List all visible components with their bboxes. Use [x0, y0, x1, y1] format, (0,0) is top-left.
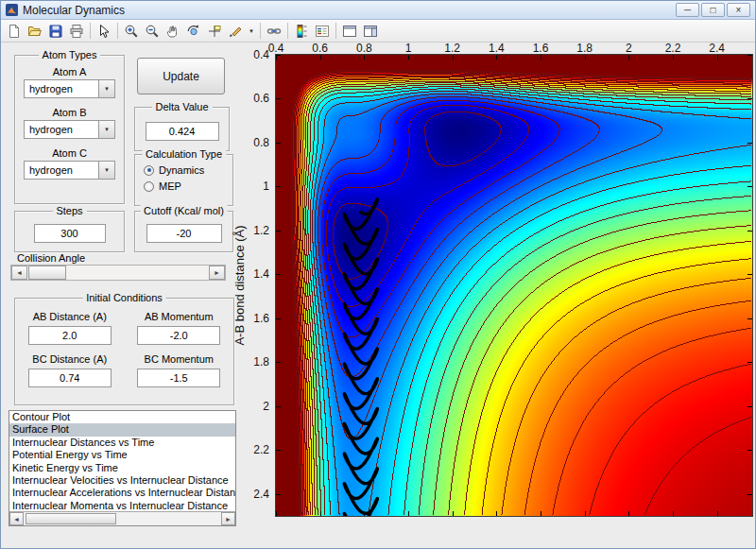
radio-dynamics[interactable]: Dynamics — [144, 164, 232, 176]
minimize-button[interactable]: ─ — [676, 3, 699, 17]
link-plot-button[interactable] — [264, 21, 284, 41]
chevron-down-icon[interactable]: ▼ — [98, 162, 114, 179]
radio-mep[interactable]: MEP — [144, 180, 232, 192]
atom-types-panel: Atom Types Atom Ahydrogen▼Atom Bhydrogen… — [14, 55, 125, 204]
atom-c-label: Atom C — [15, 147, 124, 159]
chevron-down-icon[interactable]: ▼ — [98, 80, 114, 97]
delta-value-input[interactable] — [146, 122, 219, 141]
plot-type-listbox[interactable]: Contour PlotSurface PlotInternuclear Dis… — [9, 410, 236, 526]
show-plot-tools-button[interactable] — [360, 21, 381, 41]
save-figure-icon — [48, 24, 63, 39]
brush-button[interactable] — [225, 21, 246, 41]
atom-b-dropdown[interactable]: hydrogen▼ — [24, 120, 115, 139]
contour-plot-canvas[interactable] — [276, 55, 752, 516]
zoom-in-button[interactable] — [121, 21, 142, 41]
atom-c-dropdown[interactable]: hydrogen▼ — [24, 161, 115, 180]
steps-input[interactable] — [34, 224, 106, 243]
brush-dropdown-button[interactable]: ▼ — [246, 21, 257, 41]
list-item[interactable]: Internuclear Velocities vs Internuclear … — [9, 474, 235, 487]
list-item[interactable]: Potential Energy vs Time — [9, 449, 235, 461]
x-tick-label: 2.4 — [709, 42, 725, 55]
insert-colorbar-icon — [294, 24, 309, 39]
y-tick-label: 1.4 — [253, 267, 269, 281]
update-button[interactable]: Update — [137, 58, 225, 94]
zoom-out-icon — [145, 24, 160, 39]
toolbar-separator — [90, 23, 91, 39]
atom-rows: Atom Ahydrogen▼Atom Bhydrogen▼Atom Chydr… — [15, 56, 124, 180]
listbox-hscrollbar[interactable]: ◄ ► — [9, 511, 235, 525]
collision-angle-slider[interactable]: ◄ ► — [10, 265, 226, 281]
y-tick-label: 2.2 — [253, 443, 269, 456]
bc-distance-a-group: BC Distance (A) — [15, 353, 125, 387]
hscroll-thumb[interactable] — [26, 513, 116, 524]
radio-label: MEP — [159, 180, 181, 192]
chevron-down-icon[interactable]: ▼ — [98, 121, 114, 138]
list-item[interactable]: Kinetic Energy vs Time — [9, 462, 235, 474]
edit-plot-icon — [96, 24, 112, 39]
atom-a-dropdown[interactable]: hydrogen▼ — [24, 79, 115, 98]
dropdown-value: hydrogen — [29, 164, 73, 176]
brush-icon — [228, 24, 243, 39]
show-plot-tools-icon — [363, 24, 378, 39]
x-tick-label: 1.4 — [489, 42, 505, 55]
insert-colorbar-button[interactable] — [291, 21, 312, 41]
hscroll-left-arrow-icon[interactable]: ◄ — [9, 512, 24, 525]
bc-momentum-input[interactable] — [137, 369, 220, 387]
app-window: Molecular Dynamics ─ □ × ▼ Atom Types At… — [0, 0, 756, 549]
ab-momentum-label: AB Momentum — [125, 311, 234, 322]
app-icon — [6, 4, 18, 16]
title-bar[interactable]: Molecular Dynamics ─ □ × — [1, 1, 755, 20]
atom-a-label: Atom A — [15, 66, 124, 77]
save-figure-button[interactable] — [45, 21, 66, 41]
open-file-button[interactable] — [25, 21, 45, 41]
rotate-3d-icon — [186, 24, 201, 39]
ab-momentum-group: AB Momentum — [125, 311, 234, 345]
list-item[interactable]: Surface Plot — [9, 423, 235, 436]
x-tick-label: 1.2 — [444, 42, 460, 55]
list-item[interactable]: Contour Plot — [9, 411, 235, 423]
ic-grid: AB Distance (A)AB MomentumBC Distance (A… — [15, 299, 233, 396]
pan-icon — [165, 24, 180, 39]
radio-label: Dynamics — [159, 164, 204, 176]
ab-momentum-input[interactable] — [137, 326, 220, 345]
cutoff-input[interactable] — [146, 224, 222, 243]
bc-momentum-label: BC Momentum — [125, 353, 234, 365]
ab-distance-a-input[interactable] — [28, 326, 112, 345]
radio-circle-icon — [144, 165, 154, 176]
y-tick-label: 1 — [263, 180, 269, 193]
y-tick-label: 1.6 — [253, 312, 269, 325]
list-item[interactable]: Internuclear Accelerations vs Internucle… — [9, 487, 235, 499]
y-tick-label: 0.6 — [253, 92, 269, 105]
y-axis-label: A-B bond distance (Å) — [232, 225, 247, 345]
data-cursor-button[interactable] — [204, 21, 225, 41]
atom-types-title: Atom Types — [39, 49, 101, 60]
hscroll-right-arrow-icon[interactable]: ► — [221, 512, 235, 525]
slider-right-arrow-icon[interactable]: ► — [209, 266, 225, 280]
print-figure-button[interactable] — [66, 21, 87, 41]
toolbar-separator — [117, 23, 118, 39]
edit-plot-button[interactable] — [94, 21, 114, 41]
maximize-button[interactable]: □ — [701, 3, 725, 17]
bc-distance-a-label: BC Distance (A) — [15, 353, 125, 365]
x-tick-label: 1 — [405, 42, 412, 55]
hide-plot-tools-button[interactable] — [339, 21, 360, 41]
zoom-out-button[interactable] — [142, 21, 163, 41]
x-tick-labels: 0.40.60.811.21.41.61.822.22.4 — [276, 42, 752, 53]
new-figure-button[interactable] — [4, 21, 25, 41]
close-button[interactable]: × — [727, 3, 750, 17]
radio-circle-icon — [144, 181, 154, 192]
y-tick-label: 0.4 — [253, 48, 269, 61]
slider-left-arrow-icon[interactable]: ◄ — [11, 266, 27, 280]
plot-axes[interactable] — [275, 54, 753, 517]
list-item[interactable]: Internuclear Distances vs Time — [9, 437, 235, 449]
y-tick-label: 2 — [263, 400, 269, 413]
bc-distance-a-input[interactable] — [28, 369, 112, 387]
rotate-3d-button[interactable] — [183, 21, 204, 41]
x-tick-label: 0.6 — [312, 42, 328, 55]
insert-legend-button[interactable] — [312, 21, 333, 41]
atom-b-label: Atom B — [15, 107, 124, 118]
pan-button[interactable] — [163, 21, 183, 41]
collision-angle-label: Collision Angle — [17, 252, 85, 264]
slider-thumb[interactable] — [28, 266, 66, 280]
list-item[interactable]: Internuclear Momenta vs Internuclear Dis… — [9, 500, 235, 512]
